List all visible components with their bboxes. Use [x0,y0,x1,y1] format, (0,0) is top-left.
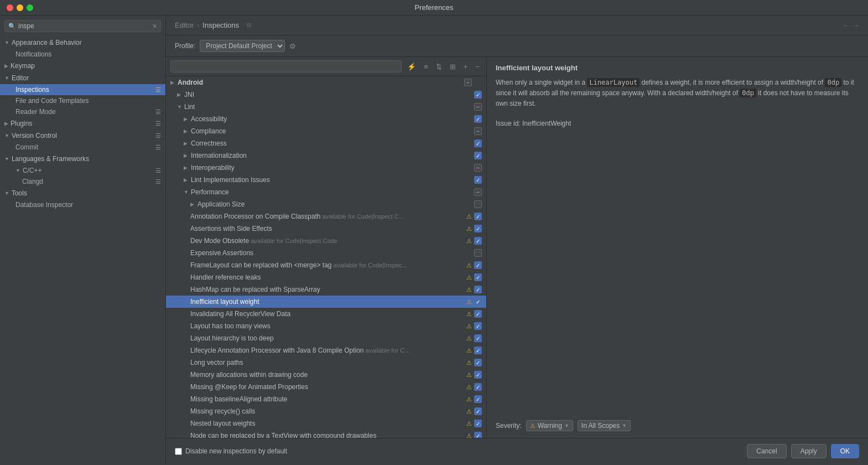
list-item[interactable]: ▶ Interoperability − [166,162,486,174]
list-item[interactable]: Assertions with Side Effects ⚠ ✓ [166,223,486,235]
sidebar-item-appearance[interactable]: ▼ Appearance & Behavior [0,37,165,49]
list-item[interactable]: Dev Mode Obsolete available for Code|Ins… [166,235,486,247]
list-item[interactable]: HashMap can be replaced with SparseArray… [166,283,486,296]
row-checkbox[interactable]: ✓ [474,140,482,147]
row-checkbox[interactable]: ✓ [474,286,482,293]
list-item[interactable]: ▶ Compliance − [166,125,486,137]
row-checkbox[interactable]: − [474,127,482,135]
list-item[interactable]: FrameLayout can be replaced with <merge>… [166,259,486,271]
list-item[interactable]: Missing baselineAligned attribute ⚠ ✓ [166,393,486,405]
add-icon[interactable]: + [461,61,470,72]
list-item[interactable]: Missing @Keep for Animated Properties ⚠ … [166,381,486,393]
list-item-selected[interactable]: Inefficient layout weight ⚠ ✓ [166,296,486,308]
gear-icon[interactable]: ⚙ [289,42,296,50]
row-checkbox[interactable]: − [464,79,472,86]
apply-button[interactable]: Apply [791,444,827,458]
minimize-button[interactable] [17,4,23,11]
scope-select[interactable]: In All Scopes ▼ [578,420,631,431]
severity-select[interactable]: ⚠ Warning ▼ [526,420,573,431]
sidebar-item-version-control[interactable]: ▼ Version Control ☰ [0,130,165,142]
row-checkbox[interactable]: ✓ [474,237,482,245]
list-item[interactable]: ▶ Correctness ✓ [166,137,486,149]
sidebar-search-input[interactable] [18,22,150,30]
list-item[interactable]: Handler reference leaks ⚠ ✓ [166,271,486,283]
clear-icon[interactable]: ✕ [152,23,157,30]
list-item[interactable]: Missing recycle() calls ⚠ ✓ [166,405,486,417]
sidebar-item-plugins[interactable]: ▶ Plugins ☰ [0,117,165,130]
row-checkbox[interactable]: ✓ [474,395,482,403]
list-item[interactable]: ▶ Internationalization ✓ [166,149,486,162]
item-label: Compliance [191,127,474,135]
row-checkbox[interactable]: ✓ [474,152,482,159]
sidebar-item-database-inspector[interactable]: Database Inspector [0,199,165,210]
sidebar-item-languages[interactable]: ▼ Languages & Frameworks [0,153,165,165]
list-item[interactable]: ▶ JNI ✓ [166,89,486,101]
row-checkbox[interactable]: ✓ [474,383,482,391]
maximize-button[interactable] [27,4,33,11]
list-item[interactable]: Invalidating All RecyclerView Data ⚠ ✓ [166,308,486,320]
row-checkbox[interactable]: ✓ [474,334,482,342]
expand-all-icon[interactable]: ≡ [422,61,430,72]
row-checkbox[interactable]: ✓ [474,91,482,99]
row-checkbox[interactable] [474,249,482,257]
sidebar-item-inspections[interactable]: Inspections ☰ [0,84,165,95]
list-item[interactable]: ▶ Android − [166,76,486,89]
row-checkbox[interactable]: ✓ [474,261,482,269]
list-item[interactable]: Layout has too many views ⚠ ✓ [166,320,486,332]
row-checkbox[interactable]: ✓ [474,225,482,232]
row-checkbox[interactable]: ✓ [474,347,482,354]
sidebar-item-editor[interactable]: ▼ Editor [0,72,165,84]
sidebar-item-cpp[interactable]: ▼ C/C++ ☰ [0,165,165,176]
filter-icon[interactable]: ⚡ [405,61,418,72]
list-item[interactable]: Annotation Processor on Compile Classpat… [166,210,486,223]
row-checkbox[interactable]: − [474,164,482,172]
list-item[interactable]: Memory allocations within drawing code ⚠… [166,369,486,381]
sidebar-item-clangd[interactable]: Clangd ☰ [0,176,165,187]
list-item[interactable]: Node can be replaced by a TextView with … [166,430,486,438]
warning-icon: ⚠ [466,335,472,342]
list-item[interactable]: Nested layout weights ⚠ ✓ [166,417,486,430]
sidebar-item-notifications[interactable]: Notifications [0,49,165,60]
list-item[interactable]: ▼ Lint − [166,101,486,113]
row-checkbox[interactable]: ✓ [474,359,482,366]
search-wrap: 🔍 ✕ [4,20,161,32]
sidebar-item-file-code-templates[interactable]: File and Code Templates [0,95,165,106]
cancel-button[interactable]: Cancel [747,444,786,458]
row-checkbox[interactable]: ✓ [474,432,482,438]
list-item[interactable]: ▶ Accessibility ✓ [166,113,486,125]
ok-button[interactable]: OK [831,444,859,458]
inspection-search-input[interactable] [170,60,402,73]
disable-inspections-checkbox[interactable] [175,448,182,455]
group-icon[interactable]: ⊞ [448,61,458,72]
row-checkbox[interactable]: ✓ [474,420,482,427]
profile-select[interactable]: Project Default Project [200,40,285,52]
row-checkbox[interactable]: − [474,103,482,111]
row-checkbox[interactable]: − [474,188,482,196]
row-checkbox[interactable]: ✓ [474,115,482,123]
nav-forward-icon[interactable]: → [852,21,859,29]
row-checkbox[interactable]: ✓ [474,310,482,318]
list-item[interactable]: ▶ Lint Implementation Issues ✓ [166,174,486,186]
row-checkbox[interactable]: ✓ [474,298,482,306]
sidebar-item-commit[interactable]: Commit ☰ [0,142,165,153]
sidebar-item-reader-mode[interactable]: Reader Mode ☰ [0,106,165,117]
row-checkbox[interactable]: ✓ [474,213,482,220]
row-checkbox[interactable]: ✓ [474,176,482,184]
list-item[interactable]: ▼ Performance − [166,186,486,198]
list-item[interactable]: Layout hierarchy is too deep ⚠ ✓ [166,332,486,344]
sidebar-item-keymap[interactable]: ▶ Keymap [0,60,165,72]
nav-back-icon[interactable]: ← [843,21,850,29]
row-checkbox[interactable]: ✓ [474,273,482,281]
list-item[interactable]: ▶ Application Size [166,198,486,210]
minus-icon[interactable]: − [473,61,482,72]
list-item[interactable]: Long vector paths ⚠ ✓ [166,356,486,369]
row-checkbox[interactable] [474,200,482,208]
list-item[interactable]: Lifecycle Annotation Processor with Java… [166,344,486,356]
row-checkbox[interactable]: ✓ [474,407,482,415]
close-button[interactable] [7,4,13,11]
sidebar-item-tools[interactable]: ▼ Tools [0,187,165,199]
list-item[interactable]: Expensive Assertions [166,247,486,259]
row-checkbox[interactable]: ✓ [474,371,482,379]
sort-icon[interactable]: ⇅ [434,61,444,72]
row-checkbox[interactable]: ✓ [474,322,482,330]
